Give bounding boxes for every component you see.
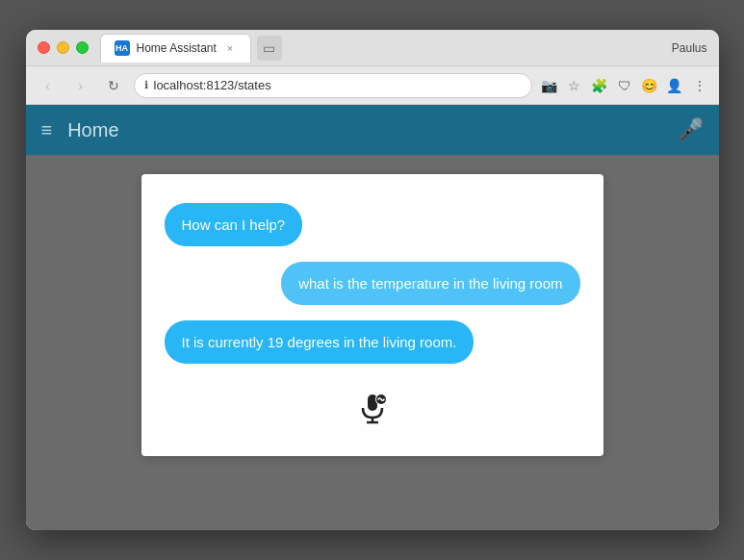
user-message-1: what is the temperature in the living ro… <box>281 262 579 305</box>
traffic-lights <box>38 41 89 54</box>
camera-icon[interactable]: 📷 <box>540 76 559 95</box>
back-icon: ‹ <box>45 78 50 93</box>
url-text: localhost:8123/states <box>154 78 271 92</box>
mic-container <box>165 383 580 433</box>
new-tab-button[interactable]: ▭ <box>257 36 282 61</box>
assistant-message-1-text: How can I help? <box>182 216 286 233</box>
chat-dialog: How can I help? what is the temperature … <box>141 174 603 456</box>
menu-dots-icon[interactable]: ⋮ <box>690 76 709 95</box>
scroll-area <box>26 511 719 530</box>
main-content: How can I help? what is the temperature … <box>26 155 719 511</box>
tab-title: Home Assistant <box>137 41 217 55</box>
forward-button[interactable]: › <box>68 73 93 98</box>
profile-name: Paulus <box>672 41 707 55</box>
forward-icon: › <box>78 78 83 93</box>
app-header: ≡ Home 🎤 <box>26 105 719 155</box>
hamburger-icon[interactable]: ≡ <box>41 119 53 141</box>
secure-icon: ℹ <box>144 79 148 91</box>
app-mic-icon[interactable]: 🎤 <box>678 117 704 142</box>
assistant-message-1: How can I help? <box>165 203 303 246</box>
url-bar[interactable]: ℹ localhost:8123/states <box>134 73 532 98</box>
tab-area: HA Home Assistant × ▭ <box>100 34 672 63</box>
account-icon[interactable]: 👤 <box>665 76 684 95</box>
browser-window: HA Home Assistant × ▭ Paulus ‹ › ↻ ℹ loc… <box>26 30 719 530</box>
profile-icon[interactable]: 😊 <box>640 76 659 95</box>
assistant-message-2: It is currently 19 degrees in the living… <box>165 320 475 364</box>
user-message-1-text: what is the temperature in the living ro… <box>298 275 562 292</box>
active-tab[interactable]: HA Home Assistant × <box>100 34 251 63</box>
tab-favicon: HA <box>115 40 130 56</box>
tab-close-button[interactable]: × <box>223 41 237 55</box>
title-bar: HA Home Assistant × ▭ Paulus <box>26 30 719 66</box>
reload-icon: ↻ <box>108 78 119 93</box>
address-actions: 📷 ☆ 🧩 🛡 😊 👤 ⋮ <box>540 76 709 95</box>
assistant-message-2-text: It is currently 19 degrees in the living… <box>182 334 457 350</box>
mic-svg <box>355 391 390 425</box>
reload-button[interactable]: ↻ <box>101 73 126 98</box>
extension-icon[interactable]: 🧩 <box>590 76 609 95</box>
app-title: Home <box>67 119 677 141</box>
svg-rect-0 <box>368 395 377 411</box>
bookmark-icon[interactable]: ☆ <box>565 76 584 95</box>
new-tab-icon: ▭ <box>263 40 275 56</box>
close-button[interactable] <box>38 41 50 54</box>
address-bar: ‹ › ↻ ℹ localhost:8123/states 📷 ☆ 🧩 🛡 😊 … <box>26 66 719 105</box>
maximize-button[interactable] <box>76 41 89 54</box>
minimize-button[interactable] <box>57 41 69 54</box>
shield-icon[interactable]: 🛡 <box>615 76 634 95</box>
mic-button[interactable] <box>355 391 390 425</box>
back-button[interactable]: ‹ <box>36 73 61 98</box>
favicon-label: HA <box>115 43 128 53</box>
messages-list: How can I help? what is the temperature … <box>165 203 580 364</box>
